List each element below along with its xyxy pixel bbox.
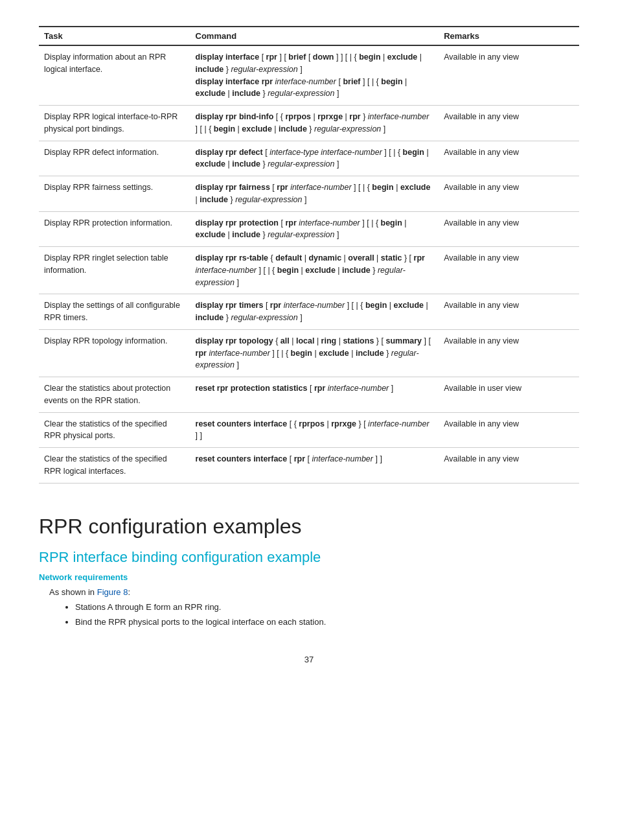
table-row: Display RPR fairness settings.display rp… <box>39 176 579 212</box>
list-item: Stations A through E form an RPR ring. <box>75 601 579 614</box>
task-cell: Display RPR defect information. <box>39 141 190 176</box>
section-title: RPR configuration examples <box>39 515 579 539</box>
task-cell: Display RPR protection information. <box>39 211 190 247</box>
table-row: Clear the statistics of the specified RP… <box>39 412 579 448</box>
command-cell: display rpr protection [ rpr interface-n… <box>190 211 439 247</box>
header-task: Task <box>39 27 190 45</box>
task-cell: Clear the statistics of the specified RP… <box>39 412 190 448</box>
remarks-cell: Available in any view <box>439 141 579 176</box>
network-requirements-heading: Network requirements <box>39 572 579 582</box>
command-cell: display rpr timers [ rpr interface-numbe… <box>190 294 439 330</box>
table-row: Display RPR logical interface-to-RPR phy… <box>39 106 579 141</box>
task-cell: Display RPR logical interface-to-RPR phy… <box>39 106 190 141</box>
table-row: Clear the statistics of the specified RP… <box>39 448 579 484</box>
remarks-cell: Available in any view <box>439 329 579 377</box>
remarks-cell: Available in any view <box>439 294 579 330</box>
command-cell: reset counters interface [ { rprpos | rp… <box>190 412 439 448</box>
task-cell: Clear the statistics of the specified RP… <box>39 448 190 484</box>
header-command: Command <box>190 27 439 45</box>
remarks-cell: Available in any view <box>439 211 579 247</box>
subsection-title: RPR interface binding configuration exam… <box>39 549 579 566</box>
task-cell: Display information about an RPR logical… <box>39 45 190 106</box>
remarks-cell: Available in any view <box>439 247 579 294</box>
remarks-cell: Available in any view <box>439 106 579 141</box>
table-row: Display RPR topology information.display… <box>39 329 579 377</box>
command-cell: display rpr fairness [ rpr interface-num… <box>190 176 439 212</box>
table-row: Display RPR ringlet selection table info… <box>39 247 579 294</box>
remarks-cell: Available in any view <box>439 448 579 484</box>
table-row: Display RPR protection information.displ… <box>39 211 579 247</box>
command-cell: display rpr bind-info [ { rprpos | rprxg… <box>190 106 439 141</box>
task-cell: Display the settings of all configurable… <box>39 294 190 330</box>
table-row: Clear the statistics about protection ev… <box>39 377 579 413</box>
task-cell: Clear the statistics about protection ev… <box>39 377 190 413</box>
table-row: Display RPR defect information.display r… <box>39 141 579 176</box>
task-cell: Display RPR topology information. <box>39 329 190 377</box>
table-row: Display information about an RPR logical… <box>39 45 579 106</box>
requirements-list: Stations A through E form an RPR ring. B… <box>75 601 579 629</box>
command-cell: display rpr topology { all | local | rin… <box>190 329 439 377</box>
remarks-cell: Available in user view <box>439 377 579 413</box>
intro-text: As shown in Figure 8: <box>39 587 579 597</box>
table-row: Display the settings of all configurable… <box>39 294 579 330</box>
command-table: Task Command Remarks Display information… <box>39 26 579 484</box>
header-remarks: Remarks <box>439 27 579 45</box>
command-cell: reset rpr protection statistics [ rpr in… <box>190 377 439 413</box>
remarks-cell: Available in any view <box>439 412 579 448</box>
page-number: 37 <box>39 655 579 664</box>
command-cell: reset counters interface [ rpr [ interfa… <box>190 448 439 484</box>
task-cell: Display RPR fairness settings. <box>39 176 190 212</box>
remarks-cell: Available in any view <box>439 45 579 106</box>
list-item: Bind the RPR physical ports to the logic… <box>75 616 579 629</box>
command-cell: display interface [ rpr ] [ brief [ down… <box>190 45 439 106</box>
figure-link[interactable]: Figure 8 <box>97 587 128 597</box>
remarks-cell: Available in any view <box>439 176 579 212</box>
command-cell: display rpr rs-table { default | dynamic… <box>190 247 439 294</box>
command-cell: display rpr defect [ interface-type inte… <box>190 141 439 176</box>
task-cell: Display RPR ringlet selection table info… <box>39 247 190 294</box>
